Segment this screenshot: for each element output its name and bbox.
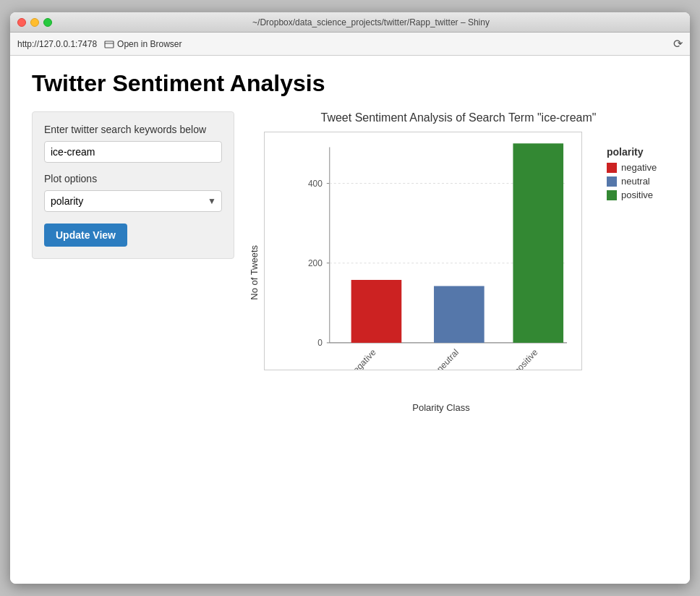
app-window: ~/Dropbox/data_science_projects/twitter/… (10, 12, 690, 584)
minimize-button[interactable] (30, 18, 39, 27)
chart-container: No of Tweets (249, 132, 668, 413)
open-browser-button[interactable]: Open in Browser (104, 39, 182, 49)
open-browser-label: Open in Browser (117, 39, 182, 49)
app-title: Twitter Sentiment Analysis (32, 70, 668, 97)
y-axis-label: No of Tweets (249, 245, 260, 300)
app-content: Twitter Sentiment Analysis Enter twitter… (10, 56, 690, 584)
svg-text:negative: negative (348, 347, 378, 370)
close-button[interactable] (17, 18, 26, 27)
chart-inner: 0 200 400 (264, 132, 582, 413)
svg-text:neutral: neutral (435, 347, 461, 370)
legend-color-negative (607, 163, 617, 173)
legend-label-neutral: neutral (621, 176, 650, 187)
legend-label-negative: negative (621, 162, 657, 173)
chart-legend: polarity negative neutral positive (597, 139, 667, 210)
plot-options-select[interactable]: polarity subjectivity (44, 190, 222, 212)
address-bar: http://127.0.0.1:7478 Open in Browser ⟳ (10, 33, 690, 56)
legend-color-neutral (607, 176, 617, 187)
chart-plot: 0 200 400 (264, 132, 582, 370)
chart-area: Tweet Sentiment Analysis of Search Term … (249, 111, 668, 413)
title-bar: ~/Dropbox/data_science_projects/twitter/… (10, 12, 690, 33)
chart-with-axes: No of Tweets (249, 132, 582, 413)
refresh-icon[interactable]: ⟳ (673, 37, 683, 51)
legend-item-neutral: neutral (607, 176, 657, 187)
bar-positive (513, 143, 563, 343)
sidebar: Enter twitter search keywords below Plot… (32, 111, 234, 259)
search-label: Enter twitter search keywords below (44, 124, 222, 135)
svg-rect-0 (105, 41, 114, 48)
update-view-button[interactable]: Update View (44, 224, 127, 247)
chart-svg: 0 200 400 (301, 140, 574, 370)
svg-text:positive: positive (512, 347, 539, 370)
legend-item-negative: negative (607, 162, 657, 173)
legend-color-positive (607, 190, 617, 200)
window-title: ~/Dropbox/data_science_projects/twitter/… (59, 17, 683, 27)
maximize-button[interactable] (43, 18, 52, 27)
x-axis-label: Polarity Class (300, 402, 582, 413)
svg-text:200: 200 (308, 258, 323, 268)
chart-title: Tweet Sentiment Analysis of Search Term … (249, 111, 668, 124)
search-input[interactable] (44, 141, 222, 163)
svg-text:400: 400 (308, 178, 323, 188)
legend-title: polarity (607, 146, 657, 158)
legend-label-positive: positive (621, 190, 653, 200)
address-url: http://127.0.0.1:7478 (17, 39, 97, 49)
svg-text:0: 0 (317, 338, 323, 348)
browser-icon (104, 39, 114, 49)
plot-options-wrapper: polarity subjectivity ▼ (44, 190, 222, 212)
main-layout: Enter twitter search keywords below Plot… (32, 111, 668, 413)
window-controls (17, 18, 52, 27)
plot-options-label: Plot options (44, 173, 222, 184)
bar-negative (351, 280, 402, 343)
legend-item-positive: positive (607, 190, 657, 200)
bar-neutral (434, 286, 485, 342)
